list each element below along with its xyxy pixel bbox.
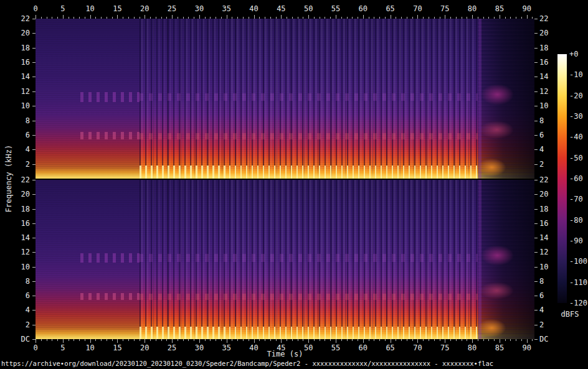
freq-tick (534, 209, 538, 210)
freq-tick (534, 106, 538, 106)
freq-tick (534, 296, 538, 296)
time-minor-tick (237, 339, 238, 341)
colorbar-tick-label: -60 (569, 175, 583, 182)
time-major-tick (36, 339, 36, 343)
freq-tick-label: 14 (21, 73, 30, 80)
time-tick-label: 30 (195, 5, 204, 12)
freq-tick-label: 18 (21, 44, 30, 52)
freq-tick-label: 18 (539, 205, 548, 213)
time-tick-label: 10 (85, 5, 94, 12)
time-major-tick (281, 339, 282, 343)
time-minor-tick (57, 339, 58, 341)
intro-tone-dashes-5khz (80, 132, 140, 139)
time-major-tick (472, 339, 473, 343)
time-minor-tick (287, 339, 287, 341)
time-minor-tick (320, 339, 320, 341)
freq-tick-label: 10 (539, 102, 548, 110)
time-minor-tick (478, 339, 478, 341)
freq-tick (32, 33, 36, 34)
time-minor-tick (69, 339, 69, 341)
freq-tick-label: 2 (539, 321, 544, 329)
freq-tick (534, 33, 538, 34)
freq-tick (534, 48, 538, 49)
time-minor-tick (407, 339, 407, 341)
freq-tick-label: 22 (539, 176, 548, 184)
freq-tick (534, 252, 538, 253)
time-minor-tick (358, 339, 358, 341)
time-axis-title: Time (s) (36, 350, 534, 358)
freq-tick-label: 16 (21, 220, 30, 227)
freq-tick (32, 267, 36, 268)
freq-tick-label: 22 (21, 176, 30, 184)
time-tick-label: 40 (249, 5, 258, 12)
colorbar-unit-label: dBFS (555, 311, 585, 319)
time-minor-tick (510, 339, 511, 341)
freq-tick (534, 77, 538, 77)
freq-tick (534, 310, 538, 311)
freq-tick (32, 209, 36, 210)
frequency-axis-left-bottom: 222018161412108642DC (0, 180, 36, 339)
time-minor-tick (95, 339, 96, 341)
freq-tick-label: 22 (21, 15, 30, 22)
time-minor-tick (270, 339, 271, 341)
time-major-tick (336, 339, 336, 343)
freq-tick (32, 77, 36, 77)
freq-tick-label: 2 (26, 161, 30, 168)
time-minor-tick (178, 339, 178, 341)
colorbar-tick-label: -20 (569, 92, 583, 100)
freq-tick (32, 121, 36, 121)
time-minor-tick (467, 339, 467, 341)
time-minor-tick (52, 339, 52, 341)
time-tick-label: 15 (113, 5, 121, 12)
freq-tick (32, 91, 36, 92)
outro-magenta-patch-mid (480, 121, 514, 138)
freq-tick-label: 6 (539, 292, 544, 299)
outro-segment (478, 19, 534, 179)
time-minor-tick (379, 339, 380, 341)
time-tick-label: 0 (33, 5, 37, 12)
freq-tick-label: DC (539, 335, 548, 343)
freq-tick (32, 149, 36, 150)
time-minor-tick (276, 339, 277, 341)
intro-tone-dashes-11khz (80, 253, 140, 263)
time-major-tick (145, 339, 145, 343)
freq-tick-label: 8 (26, 278, 30, 285)
time-minor-tick (216, 339, 216, 341)
time-minor-tick (423, 339, 424, 341)
freq-tick-label: 20 (21, 190, 30, 198)
time-minor-tick (532, 339, 533, 341)
time-major-tick (172, 339, 173, 343)
outro-magenta-patch-mid (480, 282, 514, 299)
outro-bass-fade (478, 319, 506, 337)
freq-tick (32, 281, 36, 282)
tone-dashes-11khz (140, 93, 478, 101)
time-minor-tick (79, 339, 80, 341)
freq-tick-label: 2 (26, 321, 30, 329)
time-minor-tick (265, 339, 265, 341)
colorbar-tick-label: -110 (569, 279, 587, 286)
time-major-tick (90, 339, 91, 343)
freq-tick-label: 18 (539, 44, 548, 52)
time-minor-tick (429, 339, 429, 341)
time-major-tick (527, 339, 528, 343)
freq-tick-label: 22 (539, 15, 548, 22)
time-minor-tick (205, 339, 206, 341)
time-minor-tick (494, 339, 495, 341)
time-minor-tick (41, 339, 42, 341)
colorbar-tick-label: -120 (569, 299, 587, 307)
freq-tick (534, 164, 538, 165)
freq-tick-label: 12 (539, 248, 548, 256)
freq-tick-label: 10 (539, 263, 548, 271)
time-minor-tick (516, 339, 516, 341)
time-tick-label: 85 (495, 5, 504, 12)
freq-tick-label: 12 (539, 88, 548, 95)
time-minor-tick (325, 339, 325, 341)
freq-tick-label: 12 (21, 248, 30, 256)
time-minor-tick (74, 339, 74, 341)
freq-tick-label: 8 (26, 117, 30, 124)
freq-tick-label: 20 (21, 29, 30, 37)
freq-tick-label: 4 (26, 306, 30, 314)
time-minor-tick (161, 339, 162, 341)
freq-tick-label: 6 (539, 131, 544, 139)
bass-beat-stripes (140, 327, 478, 339)
